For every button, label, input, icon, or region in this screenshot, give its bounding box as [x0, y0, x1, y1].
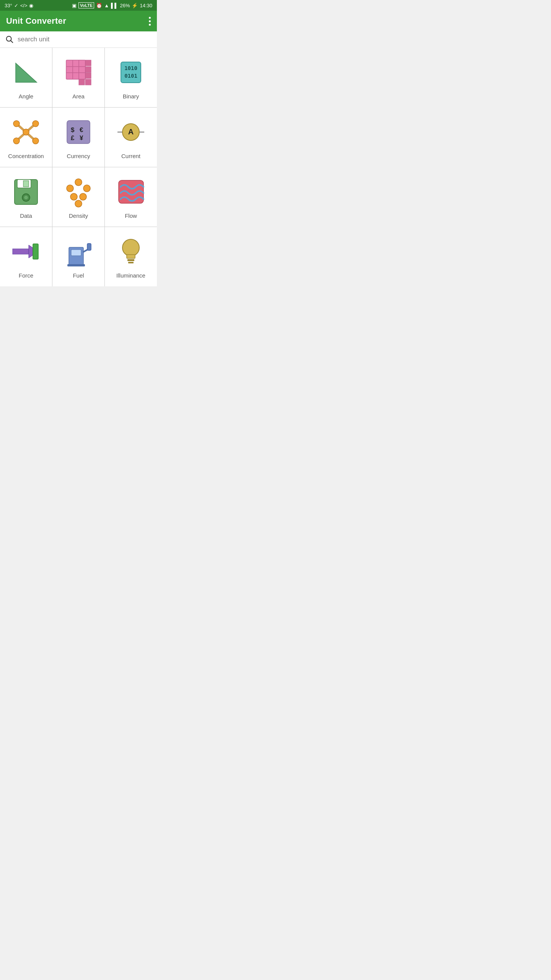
- status-right: ▣ VoLTE ⏰ ▲ ▌▌ 26% ⚡ 14:30: [72, 2, 152, 8]
- category-data[interactable]: Data: [0, 167, 52, 227]
- category-force[interactable]: Force: [0, 227, 52, 286]
- category-density[interactable]: Density: [52, 167, 104, 227]
- area-icon: [63, 57, 94, 88]
- concentration-icon: [11, 117, 41, 147]
- dot2: [149, 20, 151, 22]
- fuel-icon: [63, 236, 94, 267]
- flow-icon: [116, 176, 146, 207]
- svg-point-19: [23, 129, 29, 135]
- category-angle[interactable]: Angle: [0, 48, 52, 107]
- search-bar: [0, 31, 157, 48]
- app-header: Unit Converter: [0, 11, 157, 31]
- currency-label: Currency: [67, 153, 90, 159]
- svg-text:£: £: [71, 134, 75, 142]
- battery-icon: ⚡: [132, 3, 138, 8]
- svg-point-34: [75, 179, 82, 186]
- svg-point-18: [33, 138, 39, 144]
- flow-label: Flow: [125, 212, 137, 219]
- category-fuel[interactable]: Fuel: [52, 227, 104, 286]
- svg-point-15: [13, 121, 20, 127]
- svg-rect-48: [87, 243, 91, 250]
- status-left: 33° ✓ </> ◉: [5, 3, 33, 8]
- category-flow[interactable]: Flow: [105, 167, 157, 227]
- svg-point-17: [13, 138, 20, 144]
- svg-rect-10: [85, 73, 91, 78]
- binary-icon: 10100101: [116, 57, 146, 88]
- svg-rect-41: [13, 249, 29, 254]
- density-label: Density: [69, 212, 88, 219]
- data-label: Data: [20, 212, 32, 219]
- category-binary[interactable]: 10100101 Binary: [105, 48, 157, 107]
- category-currency[interactable]: $ € £ ¥ Currency: [52, 108, 104, 167]
- usb-icon: ✓: [14, 3, 18, 8]
- record-icon: ◉: [29, 3, 33, 8]
- svg-rect-31: [23, 181, 29, 187]
- current-icon: A: [116, 117, 146, 147]
- svg-point-37: [70, 193, 77, 200]
- binary-label: Binary: [123, 93, 139, 100]
- svg-text:$: $: [71, 126, 75, 134]
- dot1: [149, 17, 151, 19]
- force-label: Force: [19, 272, 33, 279]
- signal-icon: ▌▌: [111, 3, 118, 8]
- temperature: 33°: [5, 3, 12, 8]
- svg-point-16: [33, 121, 39, 127]
- svg-rect-45: [71, 250, 81, 256]
- data-icon: [11, 176, 41, 207]
- search-input[interactable]: [18, 36, 152, 43]
- svg-rect-20: [67, 121, 90, 144]
- angle-label: Angle: [19, 93, 33, 100]
- status-bar: 33° ✓ </> ◉ ▣ VoLTE ⏰ ▲ ▌▌ 26% ⚡ 14:30: [0, 0, 157, 11]
- search-icon: [5, 35, 14, 44]
- svg-rect-3: [66, 60, 85, 79]
- svg-rect-12: [85, 79, 91, 85]
- svg-rect-51: [127, 259, 134, 261]
- svg-line-1: [11, 41, 13, 42]
- svg-point-35: [67, 185, 73, 192]
- concentration-label: Concentration: [8, 153, 44, 159]
- svg-rect-43: [33, 244, 38, 259]
- wifi-icon: ▲: [104, 3, 109, 8]
- svg-rect-46: [67, 264, 85, 266]
- code-icon: </>: [20, 3, 28, 8]
- force-icon: [11, 236, 41, 267]
- svg-rect-8: [85, 60, 91, 66]
- svg-point-36: [83, 185, 90, 192]
- category-grid: Angle Area 10100101: [0, 48, 157, 286]
- currency-icon: $ € £ ¥: [63, 117, 94, 147]
- svg-point-39: [75, 200, 82, 207]
- more-options-button[interactable]: [149, 17, 151, 26]
- svg-marker-2: [16, 63, 37, 82]
- alarm-icon: ⏰: [96, 3, 102, 8]
- category-illuminance[interactable]: Illuminance: [105, 227, 157, 286]
- svg-rect-11: [79, 79, 85, 85]
- battery-percent: 26%: [120, 3, 130, 8]
- illuminance-icon: [116, 236, 146, 267]
- app-title: Unit Converter: [6, 16, 66, 26]
- fuel-label: Fuel: [73, 272, 84, 279]
- svg-text:¥: ¥: [80, 134, 83, 142]
- svg-rect-52: [128, 262, 134, 263]
- vibrate-icon: ▣: [72, 3, 77, 8]
- svg-text:A: A: [128, 127, 134, 136]
- density-icon: [63, 176, 94, 207]
- clock: 14:30: [140, 3, 152, 8]
- svg-point-33: [24, 196, 28, 199]
- svg-rect-50: [127, 255, 135, 258]
- area-label: Area: [72, 93, 85, 100]
- category-concentration[interactable]: Concentration: [0, 108, 52, 167]
- category-current[interactable]: A Current: [105, 108, 157, 167]
- illuminance-label: Illuminance: [116, 272, 145, 279]
- dot3: [149, 24, 151, 26]
- svg-point-49: [122, 239, 139, 256]
- angle-icon: [11, 57, 41, 88]
- category-area[interactable]: Area: [52, 48, 104, 107]
- current-label: Current: [121, 153, 140, 159]
- svg-rect-9: [85, 67, 91, 72]
- svg-point-38: [80, 193, 86, 200]
- volte-badge: VoLTE: [78, 2, 94, 8]
- svg-text:€: €: [80, 126, 83, 134]
